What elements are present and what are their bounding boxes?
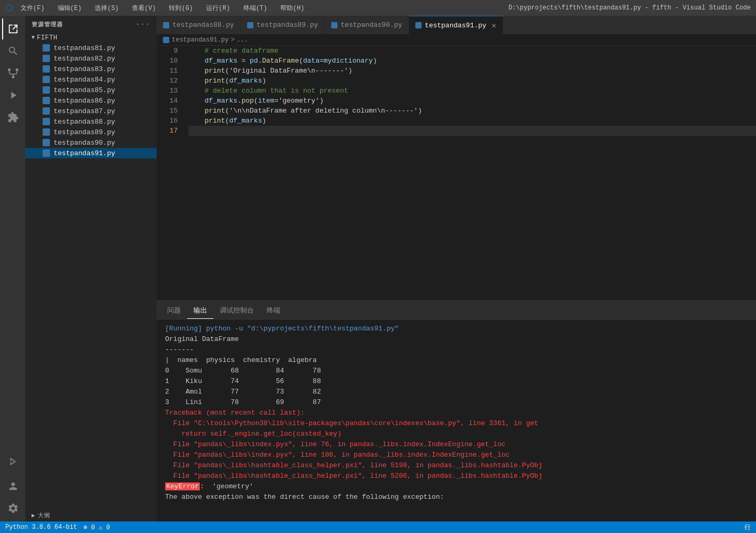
code-line-13: # delete column that is not present — [188, 86, 756, 96]
extensions-activity-icon[interactable] — [2, 107, 23, 128]
menu-help[interactable]: 帮助(H) — [278, 3, 307, 14]
panel-content: [Running] python -u "d:\pyprojects\fifth… — [157, 319, 756, 521]
menu-bar[interactable]: 文件(F) 编辑(E) 选择(S) 查看(V) 转到(G) 运行(R) 终端(T… — [18, 3, 307, 14]
sidebar-file-testpandas81-py[interactable]: testpandas81.py — [25, 43, 157, 53]
panel-tab-调试控制台[interactable]: 调试控制台 — [213, 303, 260, 319]
sidebar-file-testpandas91-py[interactable]: testpandas91.py — [25, 148, 157, 158]
line-number-13: 13 — [157, 86, 178, 96]
outline-label: 大纲 — [38, 511, 50, 519]
py-file-icon — [42, 138, 50, 147]
search-activity-icon[interactable] — [2, 41, 23, 62]
output-line-16: The above exception was the direct cause… — [165, 492, 748, 502]
status-bar: Python 3.8.6 64-bit ⊗ 0 ⚠ 0 行 — [0, 521, 756, 533]
tab-label: testpandas89.py — [257, 21, 318, 29]
file-label: testpandas82.py — [54, 55, 115, 63]
tab-testpandas88-py[interactable]: testpandas88.py — [157, 16, 241, 34]
panel-tab-问题[interactable]: 问题 — [161, 303, 187, 319]
menu-view[interactable]: 查看(V) — [129, 3, 159, 14]
output-line-11: File "pandas\_libs\index.pyx", line 108,… — [165, 450, 748, 460]
scm-activity-icon[interactable] — [2, 63, 23, 84]
status-right: 行 — [744, 523, 751, 532]
output-line-5: 2 Amol 77 73 82 — [165, 387, 748, 397]
sidebar-file-testpandas84-py[interactable]: testpandas84.py — [25, 74, 157, 85]
explorer-activity-icon[interactable] — [2, 18, 23, 39]
main-layout: 资源管理器 ··· ▼ FIFTH testpandas81.pytestpan… — [0, 16, 756, 521]
tab-testpandas89-py[interactable]: testpandas89.py — [241, 16, 325, 34]
panel-tab-输出[interactable]: 输出 — [187, 303, 213, 319]
output-line-3: 0 Somu 68 84 78 — [165, 366, 748, 376]
sidebar-file-testpandas86-py[interactable]: testpandas86.py — [25, 95, 157, 106]
output-line-14: KeyError: 'geometry' — [165, 481, 748, 492]
menu-file[interactable]: 文件(F) — [18, 3, 47, 14]
line-number-14: 14 — [157, 96, 178, 106]
output-line-6: 3 Lini 78 69 87 — [165, 397, 748, 408]
sidebar-file-testpandas89-py[interactable]: testpandas89.py — [25, 127, 157, 137]
line-col-status[interactable]: 行 — [744, 523, 751, 532]
output-line-0: Original DataFrame — [165, 334, 748, 345]
folder-arrow: ▼ — [32, 35, 35, 41]
outline-section[interactable]: ▶ 大纲 — [25, 509, 157, 521]
line-number-11: 11 — [157, 66, 178, 76]
sidebar-file-testpandas82-py[interactable]: testpandas82.py — [25, 53, 157, 64]
output-line-4: 1 Kiku 74 56 88 — [165, 376, 748, 387]
sidebar-file-testpandas83-py[interactable]: testpandas83.py — [25, 64, 157, 74]
tab-testpandas91-py[interactable]: testpandas91.py✕ — [409, 16, 503, 34]
file-label: testpandas83.py — [54, 65, 115, 73]
py-file-icon — [42, 149, 50, 157]
tab-label: testpandas88.py — [172, 21, 234, 29]
sidebar-file-testpandas87-py[interactable]: testpandas87.py — [25, 106, 157, 116]
tab-label: testpandas91.py — [425, 22, 486, 29]
keyerror-label: KeyError — [165, 482, 200, 490]
py-file-icon — [42, 117, 50, 126]
sidebar: 资源管理器 ··· ▼ FIFTH testpandas81.pytestpan… — [25, 16, 157, 521]
code-line-12: print(df_marks) — [188, 76, 756, 86]
run-activity-icon[interactable] — [2, 85, 23, 106]
panel-tabs: 问题输出调试控制台终端 — [157, 301, 756, 319]
breadcrumb-sep: > — [231, 36, 234, 44]
test-activity-icon[interactable] — [2, 452, 23, 473]
code-editor[interactable]: 91011121314151617 # create dataframe df_… — [157, 46, 756, 300]
breadcrumb-rest: ... — [237, 36, 248, 44]
line-number-9: 9 — [157, 46, 178, 56]
sidebar-header-actions[interactable]: ··· — [136, 20, 150, 28]
file-label: testpandas81.py — [54, 44, 115, 52]
file-label: testpandas89.py — [54, 128, 115, 136]
more-actions-button[interactable]: ··· — [136, 20, 150, 28]
sidebar-file-testpandas85-py[interactable]: testpandas85.py — [25, 85, 157, 95]
menu-terminal[interactable]: 终端(T) — [241, 3, 270, 14]
line-number-16: 16 — [157, 116, 178, 126]
code-lines[interactable]: # create dataframe df_marks = pd.DataFra… — [183, 46, 756, 300]
python-version-status[interactable]: Python 3.8.6 64-bit — [5, 524, 77, 531]
sidebar-file-testpandas88-py[interactable]: testpandas88.py — [25, 116, 157, 127]
account-activity-icon[interactable] — [2, 476, 23, 497]
code-line-11: print('Original DataFrame\n-------') — [188, 66, 756, 76]
output-line-1: ------- — [165, 345, 748, 355]
tab-testpandas90-py[interactable]: testpandas90.py — [325, 16, 409, 34]
line-number-17: 17 — [157, 126, 178, 136]
menu-select[interactable]: 选择(S) — [92, 3, 121, 14]
panel-tab-终端[interactable]: 终端 — [260, 303, 287, 319]
keyerror-value: : 'geometry' — [200, 482, 253, 490]
code-line-16: print(df_marks) — [188, 116, 756, 126]
panel: 问题输出调试控制台终端 [Running] python -u "d:\pypr… — [157, 300, 756, 521]
file-label: testpandas84.py — [54, 76, 115, 84]
tab-py-icon — [415, 22, 422, 28]
file-label: testpandas87.py — [54, 107, 115, 115]
output-line-10: File "pandas\_libs\index.pyx", line 76, … — [165, 439, 748, 450]
line-number-12: 12 — [157, 76, 178, 86]
py-file-icon — [42, 107, 50, 115]
explorer-title: 资源管理器 — [32, 21, 63, 28]
menu-run[interactable]: 运行(R) — [203, 3, 233, 14]
errors-warnings-status[interactable]: ⊗ 0 ⚠ 0 — [84, 524, 110, 531]
code-line-15: print('\n\nDataFrame after deleting colu… — [188, 106, 756, 116]
menu-edit[interactable]: 编辑(E) — [55, 3, 85, 14]
py-file-icon — [42, 54, 50, 63]
menu-goto[interactable]: 转到(G) — [166, 3, 196, 14]
tab-close-button[interactable]: ✕ — [492, 21, 496, 30]
output-running-line: [Running] python -u "d:\pyprojects\fifth… — [165, 324, 748, 334]
folder-fifth[interactable]: ▼ FIFTH — [25, 33, 157, 43]
py-file-icon — [42, 65, 50, 73]
sidebar-file-testpandas90-py[interactable]: testpandas90.py — [25, 137, 157, 148]
settings-activity-icon[interactable] — [2, 498, 23, 519]
output-line-9: return self._engine.get_loc(casted_key) — [165, 429, 748, 439]
